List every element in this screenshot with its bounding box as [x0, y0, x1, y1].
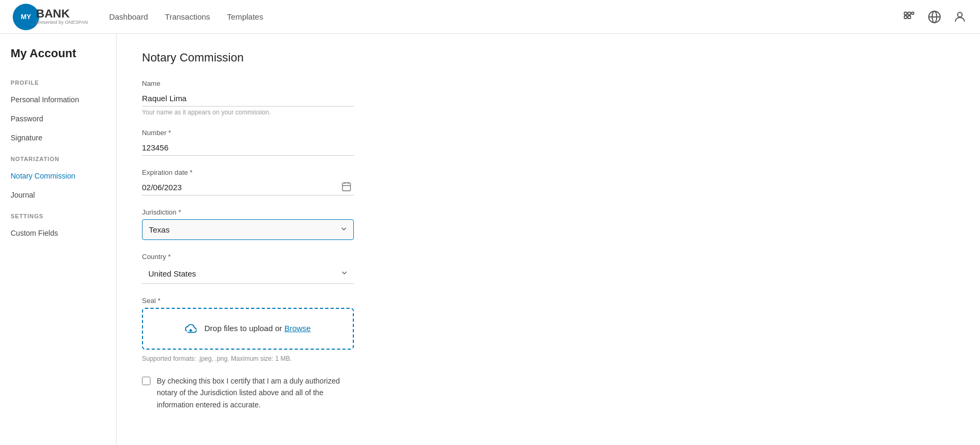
logo-text: BANK presented by ONESPAN	[36, 8, 88, 25]
name-label: Name	[142, 79, 955, 87]
nav-templates[interactable]: Templates	[227, 10, 263, 23]
globe-icon[interactable]	[927, 10, 942, 24]
name-hint: Your name as it appears on your commissi…	[142, 109, 955, 116]
logo: MY BANK presented by ONESPAN	[13, 4, 88, 30]
upload-drop-zone[interactable]: Drop files to upload or Browse	[142, 308, 354, 350]
svg-rect-1	[908, 12, 911, 15]
header-actions	[902, 10, 967, 24]
form-group-country: Country * United States Canada Mexico	[142, 253, 955, 284]
upload-cloud-icon	[185, 324, 201, 333]
logo-bank: BANK	[36, 8, 88, 20]
seal-label: Seal *	[142, 297, 955, 305]
country-select[interactable]: United States Canada Mexico	[142, 264, 354, 283]
header: MY BANK presented by ONESPAN Dashboard T…	[0, 0, 980, 34]
number-input[interactable]	[142, 140, 354, 156]
jurisdiction-select[interactable]: Texas California New York Florida	[142, 220, 353, 239]
network-icon[interactable]	[902, 10, 916, 24]
jurisdiction-select-wrapper: Texas California New York Florida	[142, 219, 354, 240]
sidebar-section-notarization: NOTARIZATION	[0, 147, 116, 166]
sidebar-item-personal-info[interactable]: Personal Information	[0, 90, 116, 109]
svg-rect-3	[904, 16, 907, 19]
expiration-label: Expiration date *	[142, 168, 955, 176]
sidebar-item-custom-fields[interactable]: Custom Fields	[0, 224, 116, 243]
number-label: Number *	[142, 129, 955, 137]
sidebar-section-settings: SETTINGS	[0, 204, 116, 224]
nav-transactions[interactable]: Transactions	[165, 10, 210, 23]
logo-circle: MY	[13, 4, 39, 30]
svg-rect-4	[908, 16, 911, 19]
page-title: Notary Commission	[142, 51, 955, 65]
sidebar-section-profile: PROFILE	[0, 71, 116, 90]
name-input[interactable]	[142, 91, 354, 106]
sidebar-item-notary-commission[interactable]: Notary Commission	[0, 166, 116, 185]
form-group-jurisdiction: Jurisdiction * Texas California New York…	[142, 208, 955, 240]
layout: My Account PROFILE Personal Information …	[0, 34, 980, 445]
expiration-input[interactable]	[142, 180, 354, 195]
expiration-input-wrapper	[142, 180, 354, 195]
user-icon[interactable]	[952, 10, 967, 24]
svg-point-8	[958, 12, 963, 17]
logo-presented: presented by ONESPAN	[36, 20, 88, 25]
sidebar-account-title: My Account	[0, 47, 116, 71]
certification-row: By checking this box I certify that I am…	[142, 375, 955, 411]
main-nav: Dashboard Transactions Templates	[109, 10, 902, 23]
country-label: Country *	[142, 253, 955, 261]
certification-text: By checking this box I certify that I am…	[157, 375, 358, 411]
upload-browse-link[interactable]: Browse	[284, 324, 311, 333]
country-select-wrapper: United States Canada Mexico	[142, 264, 354, 284]
main-content: Notary Commission Name Your name as it a…	[117, 34, 980, 445]
form-group-number: Number *	[142, 129, 955, 156]
upload-text: Drop files to upload or Browse	[204, 324, 311, 333]
svg-rect-9	[343, 183, 351, 191]
form-group-expiration: Expiration date *	[142, 168, 955, 195]
certification-checkbox[interactable]	[142, 377, 150, 385]
sidebar: My Account PROFILE Personal Information …	[0, 34, 117, 445]
sidebar-item-journal[interactable]: Journal	[0, 185, 116, 204]
form-group-name: Name Your name as it appears on your com…	[142, 79, 955, 116]
svg-rect-0	[904, 12, 907, 15]
svg-rect-2	[912, 12, 914, 14]
sidebar-item-password[interactable]: Password	[0, 109, 116, 128]
nav-dashboard[interactable]: Dashboard	[109, 10, 148, 23]
calendar-icon[interactable]	[341, 181, 352, 194]
sidebar-item-signature[interactable]: Signature	[0, 128, 116, 147]
logo-my: MY	[21, 13, 31, 21]
form-group-seal: Seal * Drop files to upload or Browse Su…	[142, 297, 955, 362]
upload-formats-hint: Supported formats: .jpeg, .png. Maximum …	[142, 355, 955, 362]
upload-drop-label: Drop files to upload or	[204, 324, 284, 333]
jurisdiction-label: Jurisdiction *	[142, 208, 955, 216]
